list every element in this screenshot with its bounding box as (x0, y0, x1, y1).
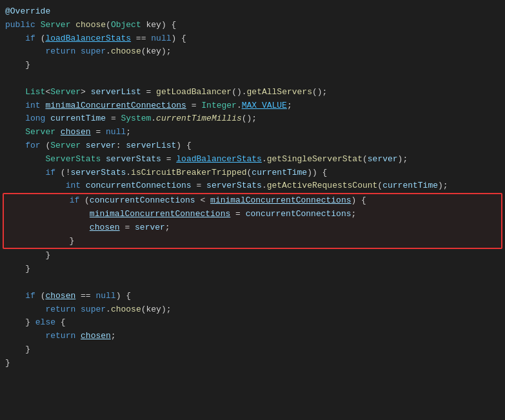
code-line: List<Server> serverList = getLoadBalance… (0, 86, 505, 99)
code-line: long currentTime = System.currentTimeMil… (0, 112, 505, 126)
code-line: int minimalConcurrentConnections = Integ… (0, 99, 505, 113)
code-line (0, 72, 505, 86)
code-line: if (!serverStats.isCircuitBreakerTripped… (0, 166, 505, 180)
code-line: minimalConcurrentConnections = concurren… (4, 208, 501, 221)
code-line: return super.choose(key); (0, 45, 505, 59)
highlighted-block: if (concurrentConnections < minimalConcu… (3, 193, 502, 249)
code-container: @Override public Server choose(Object ke… (0, 0, 505, 375)
code-line: } (0, 59, 505, 72)
code-line: @Override (0, 5, 505, 19)
code-line: if (chosen == null) { (0, 290, 505, 303)
code-line: Server chosen = null; (0, 126, 505, 139)
code-line: } (0, 249, 505, 263)
code-line: ServerStats serverStats = loadBalancerSt… (0, 153, 505, 166)
code-line (0, 276, 505, 290)
code-line: chosen = server; (4, 221, 501, 235)
code-line: for (Server server: serverList) { (0, 139, 505, 153)
code-line: if (concurrentConnections < minimalConcu… (4, 194, 501, 208)
code-line: int concurrentConnections = serverStats.… (0, 179, 505, 193)
code-line: } (4, 235, 501, 248)
code-line: } (0, 263, 505, 276)
code-line: return super.choose(key); (0, 303, 505, 317)
code-line: public Server choose(Object key) { (0, 19, 505, 32)
code-line: } (0, 357, 505, 370)
code-line: } (0, 343, 505, 357)
code-line: } else { (0, 316, 505, 330)
code-line: if (loadBalancerStats == null) { (0, 32, 505, 46)
code-line: return chosen; (0, 330, 505, 343)
